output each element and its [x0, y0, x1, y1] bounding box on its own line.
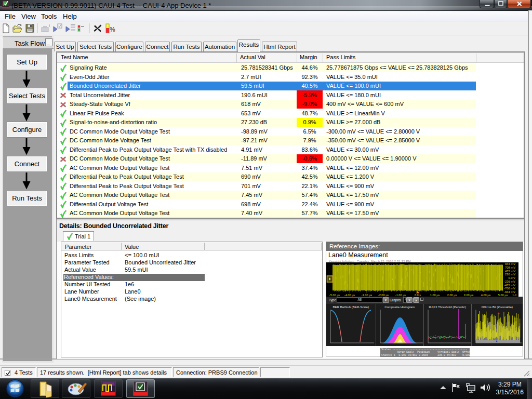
svg-text:%: % [110, 26, 115, 33]
